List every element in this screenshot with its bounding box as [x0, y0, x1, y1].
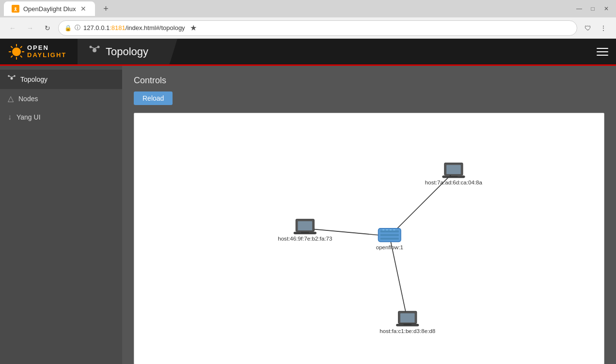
reload-button[interactable]: Reload [134, 91, 173, 105]
reload-page-button[interactable]: ↻ [41, 21, 54, 35]
hamburger-line-3 [597, 55, 608, 56]
svg-rect-25 [380, 234, 399, 236]
logo-text: OPEN DAYLIGHT [27, 45, 66, 59]
back-button[interactable]: ← [6, 21, 19, 35]
page-title: Topology [106, 46, 148, 58]
forward-button[interactable]: → [23, 21, 37, 35]
window-controls: — □ ✕ [573, 3, 612, 15]
controls-section: Controls Reload [134, 76, 604, 105]
address-input[interactable]: 🔒 ⓘ 127.0.0.1:8181/index.html#/topology … [58, 20, 577, 36]
controls-title: Controls [134, 76, 604, 86]
topology-icon [89, 45, 100, 58]
svg-rect-42 [403, 324, 411, 325]
new-tab-button[interactable]: + [99, 2, 112, 15]
hamburger-line-2 [597, 51, 608, 52]
sidebar: Topology △ Nodes ↓ Yang UI [0, 66, 122, 364]
svg-line-12 [11, 56, 13, 58]
hamburger-line-1 [597, 48, 608, 49]
hamburger-menu-button[interactable] [597, 48, 608, 56]
svg-rect-30 [393, 229, 395, 230]
header-title-area: Topology [78, 39, 177, 64]
svg-rect-32 [298, 221, 313, 230]
browser-menu-button[interactable]: ⋮ [597, 21, 610, 35]
browser-buttons: 🛡 ⋮ [581, 21, 610, 35]
browser-tab[interactable]: OpenDaylight Dlux ✕ [4, 1, 95, 16]
maximize-button[interactable]: □ [587, 3, 599, 15]
svg-rect-34 [301, 232, 309, 233]
minimize-button[interactable]: — [573, 3, 585, 15]
security-icon: 🔒 [64, 25, 72, 31]
browser-title-bar: OpenDaylight Dlux ✕ + — □ ✕ [0, 0, 616, 17]
label-host2: host:7a:ad:6d:ca:04:8a [425, 179, 483, 185]
browser-window: OpenDaylight Dlux ✕ + — □ ✕ ← → ↻ 🔒 ⓘ 12… [0, 0, 616, 364]
info-icon: ⓘ [75, 24, 80, 32]
svg-rect-24 [380, 230, 399, 232]
main-content: Controls Reload [122, 66, 616, 364]
yang-nav-icon: ↓ [8, 113, 12, 121]
svg-rect-40 [400, 313, 415, 322]
address-port: :8181 [110, 24, 126, 31]
logo-daylight: DAYLIGHT [27, 52, 66, 59]
bookmark-button[interactable]: ★ [190, 23, 197, 32]
node-host2[interactable]: host:7a:ad:6d:ca:04:8a [425, 163, 483, 185]
label-openflow1: openflow:1 [376, 244, 403, 250]
app-container: OPEN DAYLIGHT Topology [0, 39, 616, 364]
tab-close-button[interactable]: ✕ [79, 5, 87, 13]
topology-svg: openflow:1 host:46:9f:7e:b2:fa:73 [134, 113, 604, 364]
svg-point-1 [15, 7, 16, 9]
sidebar-item-nodes[interactable]: △ Nodes [0, 89, 122, 108]
svg-rect-36 [446, 165, 461, 174]
label-host1: host:46:9f:7e:b2:fa:73 [278, 235, 332, 242]
svg-point-18 [11, 77, 13, 80]
logo-open: OPEN [27, 45, 66, 51]
address-text: 127.0.0.1:8181/index.html#/topology [83, 24, 185, 31]
sidebar-label-nodes: Nodes [18, 95, 38, 103]
app-body: Topology △ Nodes ↓ Yang UI Controls Relo… [0, 66, 616, 364]
svg-point-4 [12, 47, 21, 56]
close-button[interactable]: ✕ [600, 3, 612, 15]
svg-line-9 [11, 46, 13, 48]
sidebar-item-topology[interactable]: Topology [0, 70, 122, 89]
tab-title: OpenDaylight Dlux [23, 5, 76, 13]
svg-rect-27 [382, 229, 384, 230]
sidebar-item-yang-ui[interactable]: ↓ Yang UI [0, 108, 122, 126]
svg-rect-26 [380, 238, 399, 240]
svg-rect-38 [449, 176, 458, 177]
shield-button[interactable]: 🛡 [581, 21, 595, 35]
header-logo: OPEN DAYLIGHT [0, 43, 78, 61]
svg-rect-29 [390, 229, 392, 230]
logo-sun-icon [8, 43, 25, 61]
node-openflow1[interactable]: openflow:1 [376, 228, 403, 250]
svg-point-13 [93, 48, 96, 52]
svg-rect-28 [386, 229, 388, 230]
topology-canvas[interactable]: openflow:1 host:46:9f:7e:b2:fa:73 [134, 113, 604, 364]
svg-line-10 [20, 56, 22, 58]
svg-line-11 [20, 46, 22, 48]
topology-nav-icon [8, 75, 16, 84]
label-host3: host:fa:c1:be:d3:8e:d8 [379, 328, 435, 334]
sidebar-label-topology: Topology [20, 76, 47, 83]
tab-favicon [12, 5, 19, 13]
nodes-nav-icon: △ [8, 94, 14, 103]
app-header: OPEN DAYLIGHT Topology [0, 39, 616, 66]
node-host3[interactable]: host:fa:c1:be:d3:8e:d8 [379, 311, 435, 334]
sidebar-label-yang-ui: Yang UI [16, 113, 41, 121]
address-bar: ← → ↻ 🔒 ⓘ 127.0.0.1:8181/index.html#/top… [0, 17, 616, 39]
